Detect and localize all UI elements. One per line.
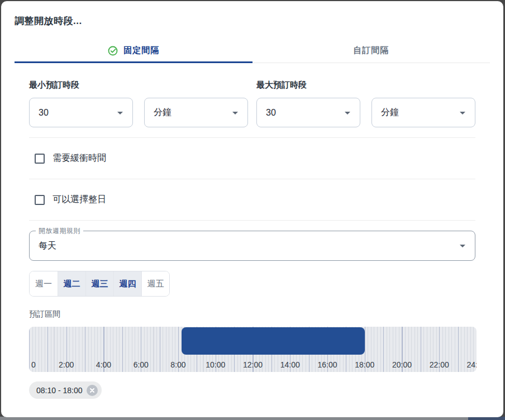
recurrence-value: 每天 [39,240,56,252]
axis-tick-label: 22:00 [430,360,449,369]
max-duration-section: 最大預訂時段 30 分鐘 [256,80,475,127]
full-day-label: 可以選擇整日 [53,194,106,206]
chip-text: 08:10 - 18:00 [36,386,83,395]
recurrence-label: 開放週期規則 [36,226,83,236]
axis-tick-label: 4:00 [96,360,111,369]
min-duration-section: 最小預訂時段 30 分鐘 [29,80,248,127]
time-range-chip: 08:10 - 18:00 [29,381,102,399]
max-duration-value: 30 [266,108,276,118]
dropdown-caret-icon [456,239,469,252]
tab-bar: 固定間隔 自訂間隔 [15,39,490,63]
dialog-title: 調整開放時段... [15,15,490,27]
full-day-checkbox[interactable] [35,195,45,205]
axis-tick-label: 10:00 [206,360,225,369]
max-duration-label: 最大預訂時段 [256,80,475,90]
axis-tick-label: 2:00 [59,360,74,369]
buffer-time-label: 需要緩衝時間 [53,152,106,164]
axis-tick-label: 16:00 [317,360,337,369]
dialog-content: 最小預訂時段 30 分鐘 最大預訂時段 30 [1,80,503,399]
dropdown-caret-icon [228,106,242,120]
weekday-toggle-group: 週一週二週三週四週五 [29,271,170,297]
weekday-toggle-3[interactable]: 週三 [85,271,113,296]
axis-tick-label: 6:00 [134,360,149,369]
weekday-toggle-4[interactable]: 週四 [113,271,141,296]
dropdown-caret-icon [113,106,127,120]
recurrence-select[interactable]: 開放週期規則 每天 [29,231,475,261]
max-duration-unit-select[interactable]: 分鐘 [371,98,475,127]
adjust-timeslot-dialog: 調整開放時段... 固定間隔 自訂間隔 最小預訂時段 30 [1,1,503,417]
duration-settings: 最小預訂時段 30 分鐘 最大預訂時段 30 [29,80,475,127]
axis-tick-label: 0 [31,360,36,369]
dropdown-caret-icon [341,106,354,120]
max-duration-value-select[interactable]: 30 [256,98,360,127]
max-duration-unit: 分鐘 [381,107,399,118]
axis-tick-label: 14:00 [280,360,300,369]
axis-tick-label: 24:00 [466,360,477,369]
weekday-toggle-1[interactable]: 週一 [30,271,58,296]
tab-label: 自訂間隔 [353,45,389,56]
chip-delete-icon[interactable] [87,385,98,396]
check-circle-icon [107,45,118,56]
weekday-toggle-5[interactable]: 週五 [141,271,169,296]
min-duration-unit-select[interactable]: 分鐘 [144,98,248,127]
weekday-toggle-2[interactable]: 週二 [58,271,85,296]
tab-fixed-interval[interactable]: 固定間隔 [15,39,252,63]
axis-tick-label: 12:00 [243,360,263,369]
min-duration-value-select[interactable]: 30 [29,98,133,127]
tab-custom-interval[interactable]: 自訂間隔 [252,39,490,63]
min-duration-unit: 分鐘 [154,107,171,118]
full-day-checkbox-row[interactable]: 可以選擇整日 [29,179,475,220]
dropdown-caret-icon [456,106,469,120]
axis-tick-label: 18:00 [355,360,374,369]
booking-range-label: 預訂區間 [29,309,475,319]
min-duration-value: 30 [39,108,49,118]
selected-range-bar[interactable] [182,327,365,355]
buffer-time-checkbox[interactable] [35,154,45,164]
axis-tick-label: 8:00 [170,360,185,369]
time-range-track[interactable]: 02:004:006:008:0010:0012:0014:0016:0018:… [29,327,477,372]
buffer-time-checkbox-row[interactable]: 需要緩衝時間 [29,138,475,179]
axis-tick-label: 20:00 [392,360,412,369]
min-duration-label: 最小預訂時段 [29,80,248,90]
tab-label: 固定間隔 [123,45,159,56]
divider [29,220,475,221]
